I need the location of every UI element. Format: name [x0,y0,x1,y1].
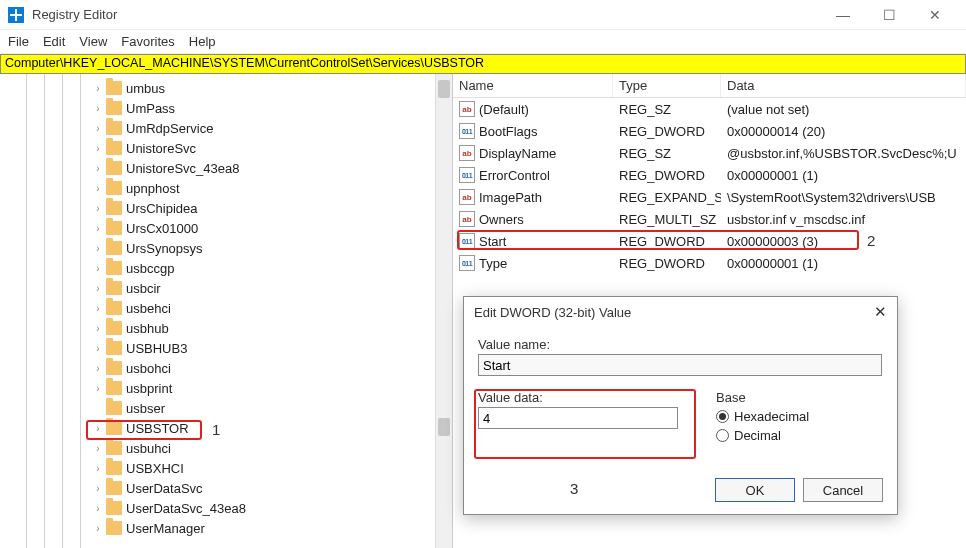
maximize-button[interactable]: ☐ [866,0,912,30]
menu-help[interactable]: Help [189,34,216,49]
chevron-right-icon[interactable]: › [92,183,104,194]
tree-item-urssynopsys[interactable]: ›UrsSynopsys [0,238,452,258]
value-name: (Default) [479,102,529,117]
menu-file[interactable]: File [8,34,29,49]
value-row-imagepath[interactable]: abImagePathREG_EXPAND_SZ\SystemRoot\Syst… [453,186,966,208]
chevron-right-icon[interactable]: › [92,443,104,454]
chevron-right-icon[interactable]: › [92,523,104,534]
chevron-right-icon[interactable]: › [92,103,104,114]
chevron-right-icon[interactable]: › [92,123,104,134]
chevron-right-icon[interactable]: › [92,463,104,474]
scroll-thumb-lower[interactable] [438,418,450,436]
tree-item-usbser[interactable]: usbser [0,398,452,418]
tree-item-usbehci[interactable]: ›usbehci [0,298,452,318]
tree-item-urschipidea[interactable]: ›UrsChipidea [0,198,452,218]
minimize-button[interactable]: — [820,0,866,30]
tree-item-usbuhci[interactable]: ›usbuhci [0,438,452,458]
value-row-displayname[interactable]: abDisplayNameREG_SZ@usbstor.inf,%USBSTOR… [453,142,966,164]
chevron-right-icon[interactable]: › [92,303,104,314]
col-header-name[interactable]: Name [453,74,613,97]
value-row-errorcontrol[interactable]: 011ErrorControlREG_DWORD0x00000001 (1) [453,164,966,186]
tree-item-umrdpservice[interactable]: ›UmRdpService [0,118,452,138]
tree-item-unistoresvc[interactable]: ›UnistoreSvc [0,138,452,158]
value-name: Owners [479,212,524,227]
tree-item-label: usbccgp [126,261,174,276]
ok-button[interactable]: OK [715,478,795,502]
tree-item-usbohci[interactable]: ›usbohci [0,358,452,378]
base-label: Base [716,390,883,405]
value-row-owners[interactable]: abOwnersREG_MULTI_SZusbstor.inf v_mscdsc… [453,208,966,230]
chevron-right-icon[interactable]: › [92,483,104,494]
tree-item-label: upnphost [126,181,180,196]
value-name-input[interactable] [478,354,882,376]
chevron-right-icon[interactable]: › [92,343,104,354]
folder-icon [106,301,122,315]
chevron-right-icon[interactable]: › [92,223,104,234]
value-row-bootflags[interactable]: 011BootFlagsREG_DWORD0x00000014 (20) [453,120,966,142]
folder-icon [106,361,122,375]
value-data: 0x00000001 (1) [721,168,966,183]
tree-item-urscx01000[interactable]: ›UrsCx01000 [0,218,452,238]
folder-icon [106,501,122,515]
string-value-icon: ab [459,145,475,161]
tree-item-usbhub3[interactable]: ›USBHUB3 [0,338,452,358]
col-header-data[interactable]: Data [721,74,966,97]
radio-hex-indicator [716,410,729,423]
cancel-button[interactable]: Cancel [803,478,883,502]
radio-hex[interactable]: Hexadecimal [716,409,883,424]
chevron-right-icon[interactable]: › [92,503,104,514]
callout-1: 1 [212,421,220,438]
tree-item-usbxhci[interactable]: ›USBXHCI [0,458,452,478]
tree-item-umpass[interactable]: ›UmPass [0,98,452,118]
tree-item-userdatasvc_43ea8[interactable]: ›UserDataSvc_43ea8 [0,498,452,518]
value-name: BootFlags [479,124,538,139]
value-name: ErrorControl [479,168,550,183]
tree-item-unistoresvc_43ea8[interactable]: ›UnistoreSvc_43ea8 [0,158,452,178]
col-header-type[interactable]: Type [613,74,721,97]
tree-scrollbar[interactable] [435,74,452,548]
tree-item-usermanager[interactable]: ›UserManager [0,518,452,538]
address-bar[interactable]: Computer\HKEY_LOCAL_MACHINE\SYSTEM\Curre… [0,54,966,74]
value-name: Start [479,234,506,249]
value-row-default[interactable]: ab(Default)REG_SZ(value not set) [453,98,966,120]
dialog-close-button[interactable]: ✕ [874,303,887,321]
tree-item-usbcir[interactable]: ›usbcir [0,278,452,298]
tree-item-upnphost[interactable]: ›upnphost [0,178,452,198]
tree-pane: ›umbus›UmPass›UmRdpService›UnistoreSvc›U… [0,74,453,548]
tree-item-label: usbcir [126,281,161,296]
tree-item-label: UnistoreSvc_43ea8 [126,161,239,176]
title-bar: Registry Editor — ☐ ✕ [0,0,966,30]
scroll-thumb[interactable] [438,80,450,98]
menu-favorites[interactable]: Favorites [121,34,174,49]
string-value-icon: ab [459,101,475,117]
value-data-input[interactable] [478,407,678,429]
tree-item-usbhub[interactable]: ›usbhub [0,318,452,338]
menu-view[interactable]: View [79,34,107,49]
folder-icon [106,281,122,295]
tree-item-usbstor[interactable]: ›USBSTOR [0,418,452,438]
chevron-right-icon[interactable]: › [92,143,104,154]
chevron-right-icon[interactable]: › [92,243,104,254]
tree-item-usbccgp[interactable]: ›usbccgp [0,258,452,278]
tree-item-userdatasvc[interactable]: ›UserDataSvc [0,478,452,498]
chevron-right-icon[interactable]: › [92,323,104,334]
chevron-right-icon[interactable]: › [92,283,104,294]
tree-item-umbus[interactable]: ›umbus [0,78,452,98]
radio-hex-label: Hexadecimal [734,409,809,424]
chevron-right-icon[interactable]: › [92,363,104,374]
radio-dec[interactable]: Decimal [716,428,883,443]
value-name: Type [479,256,507,271]
chevron-right-icon[interactable]: › [92,423,104,434]
chevron-right-icon[interactable]: › [92,203,104,214]
chevron-right-icon[interactable]: › [92,83,104,94]
menu-edit[interactable]: Edit [43,34,65,49]
value-row-type[interactable]: 011TypeREG_DWORD0x00000001 (1) [453,252,966,274]
chevron-right-icon[interactable]: › [92,163,104,174]
binary-value-icon: 011 [459,123,475,139]
tree-item-usbprint[interactable]: ›usbprint [0,378,452,398]
chevron-right-icon[interactable]: › [92,383,104,394]
chevron-right-icon[interactable]: › [92,263,104,274]
value-row-start[interactable]: 011StartREG_DWORD0x00000003 (3) [453,230,966,252]
tree-item-label: usbser [126,401,165,416]
close-button[interactable]: ✕ [912,0,958,30]
